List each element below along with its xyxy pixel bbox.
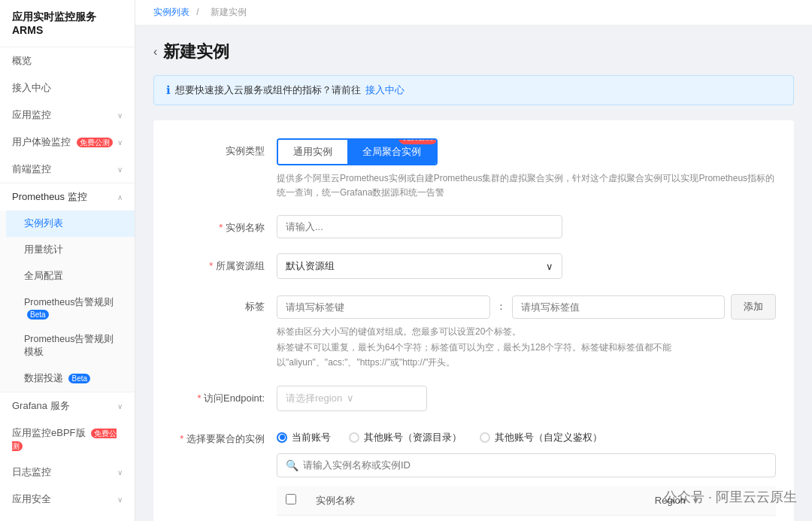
form-section: 实例类型 通用实例 全局聚合实例 免费公测 提供多个阿里云Prometheus实… (153, 120, 794, 521)
chevron-down-icon: ∨ (117, 111, 123, 120)
sidebar-prometheus-group: Prometheus 监控 ∧ 实例列表 用量统计 全局配置 Prometheu… (0, 183, 135, 392)
form-row-instance-name: 实例名称 (171, 215, 776, 238)
free-trial-badge-type: 免费公测 (398, 138, 438, 144)
radio-label-resource: 其他账号（资源目录） (364, 431, 462, 444)
beta-badge-push: Beta (68, 374, 90, 383)
sidebar-item-log-monitor[interactable]: 日志监控 ∨ (0, 459, 135, 486)
sidebar-item-frontend-monitor[interactable]: 前端监控 ∨ (0, 156, 135, 183)
info-icon: ℹ (166, 83, 171, 97)
info-banner-text: 想要快速接入云服务或组件的指标？请前往 (175, 83, 361, 97)
instance-type-global-aggregate[interactable]: 全局聚合实例 免费公测 (347, 140, 436, 164)
sidebar-other-group: Grafana 服务 ∨ 应用监控eBPF版 免费公测 日志监控 ∨ 应用安全 … (0, 392, 135, 521)
aggregate-label: 选择要聚合的实例 (171, 426, 277, 446)
select-all-checkbox[interactable] (286, 494, 296, 504)
row-region-cell-0: 华北2（北京） (646, 515, 776, 521)
radio-label-current: 当前账号 (292, 431, 331, 444)
tag-row: ： 添加 (277, 294, 776, 320)
tag-content: ： 添加 标签由区分大小写的键值对组成。您最多可以设置20个标签。 标签键不可以… (277, 294, 776, 370)
table-header-name: 实例名称 (307, 486, 646, 516)
instance-search-input[interactable] (303, 459, 767, 471)
endpoint-content: 请选择region ∨ (277, 386, 776, 411)
region-placeholder: 请选择region (286, 392, 342, 405)
form-row-instance-type: 实例类型 通用实例 全局聚合实例 免费公测 提供多个阿里云Prometheus实… (171, 138, 776, 200)
form-row-tags: 标签 ： 添加 标签由区分大小写的键值对组成。您最多可以设置20个标签。 标签键… (171, 294, 776, 370)
endpoint-label: 访问Endpoint: (171, 386, 277, 405)
table-row: arms-inte████tes ████ 勿██████████ c199d0… (277, 515, 776, 521)
sidebar-item-prometheus-alert[interactable]: Prometheus告警规则 Beta (6, 289, 135, 326)
breadcrumb-instance-list[interactable]: 实例列表 (153, 7, 189, 17)
instance-type-label: 实例类型 (171, 138, 277, 158)
resource-group-content: 默认资源组 ∨ (277, 253, 776, 279)
chevron-down-icon-grafana: ∨ (117, 402, 123, 410)
instance-type-group: 通用实例 全局聚合实例 免费公测 (277, 138, 438, 165)
tag-label: 标签 (171, 294, 277, 314)
page-title: 新建实例 (163, 41, 229, 63)
back-button[interactable]: ‹ (153, 45, 157, 59)
instance-type-general[interactable]: 通用实例 (278, 140, 347, 164)
chevron-down-icon-frontend: ∨ (117, 165, 123, 174)
beta-badge-alert: Beta (27, 310, 49, 320)
instance-name-label: 实例名称 (171, 215, 277, 235)
chevron-down-icon-user: ∨ (117, 138, 123, 147)
sidebar-item-data-push[interactable]: 数据投递 Beta (6, 365, 135, 392)
chevron-down-icon-security: ∨ (117, 495, 123, 504)
sidebar-item-ebpf[interactable]: 应用监控eBPF版 免费公测 (0, 420, 135, 459)
sidebar-item-app-monitor[interactable]: 应用监控 ∨ (0, 101, 135, 129)
resource-group-value: 默认资源组 (286, 259, 335, 273)
row-name-cell-0: arms-inte████tes ████ 勿██████████ c199d0… (307, 515, 646, 521)
sidebar-item-overview[interactable]: 概览 (0, 47, 135, 74)
chevron-down-icon-resource: ∨ (546, 261, 553, 272)
aggregate-radio-group: 当前账号 其他账号（资源目录） 其他账号（自定义鉴权） (277, 426, 776, 444)
main-content: 实例列表 / 新建实例 ‹ 新建实例 ℹ 想要快速接入云服务或组件的指标？请前往… (135, 0, 812, 521)
chevron-down-icon-region: ∨ (347, 392, 354, 404)
resource-group-select[interactable]: 默认资源组 ∨ (277, 253, 562, 279)
search-icon: 🔍 (286, 459, 298, 471)
sidebar: 应用实时监控服务ARMS 概览 接入中心 应用监控 ∨ 用户体验监控 免费公测 … (0, 0, 135, 521)
sidebar-item-cloud-probe[interactable]: 云拨测(旧版) ∨ (0, 513, 135, 521)
radio-other-custom[interactable]: 其他账号（自定义鉴权） (480, 431, 602, 444)
chevron-down-icon-log: ∨ (117, 468, 123, 477)
instance-name-input[interactable] (277, 215, 562, 238)
info-banner: ℹ 想要快速接入云服务或组件的指标？请前往 接入中心 (153, 75, 794, 105)
watermark: 公众号 · 阿里云云原生 (664, 488, 797, 506)
sidebar-item-user-monitor[interactable]: 用户体验监控 免费公测 ∨ (0, 129, 135, 156)
sidebar-item-app-security[interactable]: 应用安全 ∨ (0, 486, 135, 513)
tag-colon: ： (496, 300, 506, 314)
info-banner-link[interactable]: 接入中心 (365, 83, 404, 97)
sidebar-item-usage-stats[interactable]: 用量统计 (6, 237, 135, 263)
sidebar-item-prometheus-monitor[interactable]: Prometheus 监控 ∧ (0, 183, 135, 211)
sidebar-header: 应用实时监控服务ARMS (0, 0, 135, 47)
radio-label-custom: 其他账号（自定义鉴权） (495, 431, 602, 444)
tag-value-input[interactable] (512, 295, 726, 319)
tag-key-input[interactable] (277, 295, 490, 319)
content-area: ‹ 新建实例 ℹ 想要快速接入云服务或组件的指标？请前往 接入中心 实例类型 通… (135, 26, 812, 521)
table-header-checkbox (277, 486, 307, 516)
form-row-aggregate: 选择要聚合的实例 当前账号 其他账号（资源目录） 其他账 (171, 426, 776, 521)
resource-group-label: 所属资源组 (171, 253, 277, 273)
radio-current-account[interactable]: 当前账号 (277, 431, 331, 444)
sidebar-item-prometheus-alert-tmpl[interactable]: Prometheus告警规则模板 (6, 326, 135, 365)
sidebar-prometheus-submenu: 实例列表 用量统计 全局配置 Prometheus告警规则 Beta Prome… (0, 211, 135, 392)
row-checkbox-cell-0 (277, 515, 307, 521)
free-trial-badge: 免费公测 (77, 138, 113, 147)
breadcrumb: 实例列表 / 新建实例 (135, 0, 812, 26)
tag-hint: 标签由区分大小写的键值对组成。您最多可以设置20个标签。 标签键不可以重复，最长… (277, 324, 776, 370)
form-row-endpoint: 访问Endpoint: 请选择region ∨ (171, 386, 776, 411)
chevron-up-icon-prometheus: ∧ (117, 193, 123, 201)
page-title-row: ‹ 新建实例 (153, 41, 794, 63)
sidebar-item-grafana[interactable]: Grafana 服务 ∨ (0, 392, 135, 420)
radio-circle-resource (349, 432, 359, 443)
sidebar-item-instance-list[interactable]: 实例列表 (6, 211, 135, 237)
sidebar-item-global-config[interactable]: 全局配置 (6, 263, 135, 289)
radio-other-resource[interactable]: 其他账号（资源目录） (349, 431, 462, 444)
instance-type-content: 通用实例 全局聚合实例 免费公测 提供多个阿里云Prometheus实例或自建P… (277, 138, 776, 200)
add-tag-button[interactable]: 添加 (731, 294, 776, 320)
type-description: 提供多个阿里云Prometheus实例或自建Prometheus集群的虚拟聚合实… (277, 171, 776, 200)
region-select[interactable]: 请选择region ∨ (277, 386, 427, 411)
radio-circle-custom (480, 432, 490, 443)
instance-name-content (277, 215, 776, 238)
sidebar-item-access-center[interactable]: 接入中心 (0, 74, 135, 101)
radio-circle-current (277, 432, 287, 443)
breadcrumb-current: 新建实例 (211, 7, 247, 17)
aggregate-content: 当前账号 其他账号（资源目录） 其他账号（自定义鉴权） 🔍 (277, 426, 776, 521)
